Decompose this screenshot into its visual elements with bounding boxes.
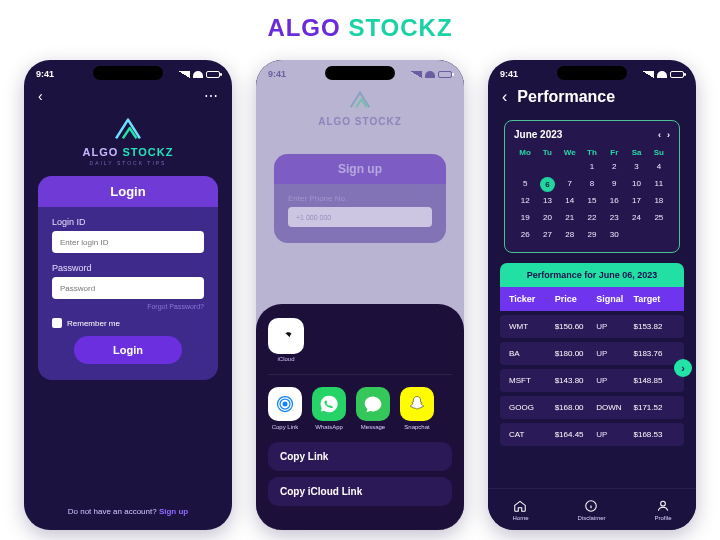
phone-share: 9:41 ALGO STOCKZ Sign up Enter Phone No.… <box>256 60 464 530</box>
cal-day[interactable]: 24 <box>625 211 647 225</box>
brand-title: ALGO STOCKZ <box>0 14 720 42</box>
cal-day[interactable]: 30 <box>603 228 625 242</box>
message-app-icon[interactable] <box>356 387 390 421</box>
cal-day[interactable]: 7 <box>559 177 581 191</box>
cal-day[interactable]: 14 <box>559 194 581 208</box>
cal-day[interactable]: 25 <box>648 211 670 225</box>
cal-day[interactable]: 28 <box>559 228 581 242</box>
back-icon[interactable]: ‹ <box>502 88 507 106</box>
forgot-password-link[interactable]: Forgot Password? <box>52 303 204 310</box>
table-row[interactable]: GOOG$168.00DOWN$171.52 <box>500 396 684 419</box>
cal-day[interactable]: 13 <box>536 194 558 208</box>
cell-signal: DOWN <box>596 403 633 412</box>
signup-card-faded: Sign up Enter Phone No. +1 000 000 <box>274 154 446 243</box>
cal-day-selected[interactable]: 6 <box>540 177 555 192</box>
cal-dow: Sa <box>625 148 647 157</box>
cal-day[interactable]: 20 <box>536 211 558 225</box>
info-icon <box>584 499 598 513</box>
cal-day <box>536 160 558 174</box>
cal-day[interactable]: 6 <box>536 177 558 191</box>
remember-checkbox[interactable] <box>52 318 62 328</box>
cell-price: $143.80 <box>555 376 597 385</box>
login-id-label: Login ID <box>52 217 204 227</box>
table-row[interactable]: WMT$150.60UP$153.82 <box>500 315 684 338</box>
cell-signal: UP <box>596 430 633 439</box>
next-arrow-button[interactable]: › <box>674 359 692 377</box>
icloud-app-icon[interactable] <box>268 318 304 354</box>
cal-day[interactable]: 11 <box>648 177 670 191</box>
notch <box>93 66 163 80</box>
app-logo: ALGO STOCKZ DAILY STOCK TIPS <box>24 116 232 166</box>
table-row[interactable]: CAT$164.45UP$168.53 <box>500 423 684 446</box>
menu-icon[interactable]: ⋯ <box>204 88 218 104</box>
cell-target: $168.53 <box>634 430 676 439</box>
icloud-label: iCloud <box>268 356 304 362</box>
cell-price: $168.00 <box>555 403 597 412</box>
cell-ticker: WMT <box>509 322 555 331</box>
share-app-row: Copy Link WhatsApp Message <box>268 374 452 430</box>
cal-day[interactable]: 23 <box>603 211 625 225</box>
remember-label: Remember me <box>67 319 120 328</box>
cell-target: $153.82 <box>634 322 676 331</box>
copy-link-row[interactable]: Copy Link <box>268 442 452 471</box>
cal-dow: We <box>559 148 581 157</box>
calendar-month: June 2023 <box>514 129 562 140</box>
back-icon[interactable]: ‹ <box>38 88 43 104</box>
copy-icloud-link-row[interactable]: Copy iCloud Link <box>268 477 452 506</box>
cal-prev-icon[interactable]: ‹ <box>658 130 661 140</box>
cal-day[interactable]: 4 <box>648 160 670 174</box>
copylink-app-icon[interactable] <box>268 387 302 421</box>
cal-day[interactable]: 29 <box>581 228 603 242</box>
cell-price: $164.45 <box>555 430 597 439</box>
status-time: 9:41 <box>36 69 54 79</box>
cell-ticker: MSFT <box>509 376 555 385</box>
cell-ticker: GOOG <box>509 403 555 412</box>
cal-day[interactable]: 1 <box>581 160 603 174</box>
password-label: Password <box>52 263 204 273</box>
cal-day[interactable]: 22 <box>581 211 603 225</box>
cal-day[interactable]: 26 <box>514 228 536 242</box>
cell-signal: UP <box>596 376 633 385</box>
cal-day[interactable]: 15 <box>581 194 603 208</box>
cal-day[interactable]: 8 <box>581 177 603 191</box>
svg-point-0 <box>283 402 288 407</box>
cal-day <box>514 160 536 174</box>
password-input[interactable]: Password <box>52 277 204 299</box>
tab-disclaimer[interactable]: Disclaimer <box>577 499 605 521</box>
status-icons <box>179 71 220 78</box>
home-icon <box>513 499 527 513</box>
cal-next-icon[interactable]: › <box>667 130 670 140</box>
wifi-icon <box>657 71 667 78</box>
cal-day[interactable]: 2 <box>603 160 625 174</box>
performance-rows: › WMT$150.60UP$153.82BA$180.00UP$183.76M… <box>500 315 684 446</box>
tab-bar: Home Disclaimer Profile <box>488 488 696 530</box>
calendar: June 2023 ‹ › MoTuWeThFrSaSu123456789101… <box>504 120 680 253</box>
login-button[interactable]: Login <box>74 336 182 364</box>
cal-day[interactable]: 17 <box>625 194 647 208</box>
cal-day[interactable]: 12 <box>514 194 536 208</box>
cal-day[interactable]: 9 <box>603 177 625 191</box>
cal-day[interactable]: 16 <box>603 194 625 208</box>
battery-icon <box>206 71 220 78</box>
signal-icon <box>643 71 654 78</box>
battery-icon <box>670 71 684 78</box>
signup-link[interactable]: Sign up <box>159 507 188 516</box>
tab-profile[interactable]: Profile <box>654 499 671 521</box>
cal-day[interactable]: 27 <box>536 228 558 242</box>
cal-day[interactable]: 5 <box>514 177 536 191</box>
cal-day[interactable]: 19 <box>514 211 536 225</box>
snapchat-app-icon[interactable] <box>400 387 434 421</box>
cal-day[interactable]: 3 <box>625 160 647 174</box>
table-row[interactable]: BA$180.00UP$183.76 <box>500 342 684 365</box>
profile-icon <box>656 499 670 513</box>
login-card: Login Login ID Enter login ID Password P… <box>38 176 218 380</box>
page-title: Performance <box>517 88 615 106</box>
cell-signal: UP <box>596 322 633 331</box>
cal-day[interactable]: 21 <box>559 211 581 225</box>
cal-day[interactable]: 18 <box>648 194 670 208</box>
tab-home[interactable]: Home <box>512 499 528 521</box>
whatsapp-app-icon[interactable] <box>312 387 346 421</box>
table-row[interactable]: MSFT$143.80UP$148.85 <box>500 369 684 392</box>
cal-day[interactable]: 10 <box>625 177 647 191</box>
login-id-input[interactable]: Enter login ID <box>52 231 204 253</box>
